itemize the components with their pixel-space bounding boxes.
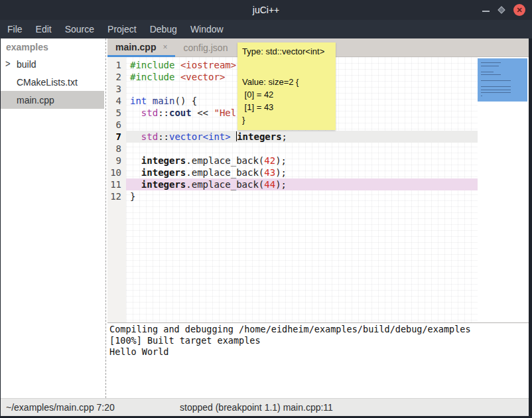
minimap-code-line xyxy=(481,86,511,87)
minimap-code-line xyxy=(481,62,501,63)
code-token: cout xyxy=(169,107,192,118)
terminal-output[interactable]: Compiling and debugging /home/eidheim/ex… xyxy=(107,323,529,398)
file-tree-item-build[interactable]: >build xyxy=(1,55,104,73)
titlebar[interactable]: juCi++ ✕ xyxy=(0,0,532,20)
debug-value-tooltip: Type: std::vector<int>Value: size=2 { [0… xyxy=(237,42,336,130)
window-controls: ✕ xyxy=(482,0,525,20)
code-token xyxy=(174,72,180,82)
tab-label: main.cpp xyxy=(115,42,156,52)
tab-label: config.json xyxy=(183,42,228,53)
tooltip-line: Type: std::vector<int> xyxy=(242,45,331,58)
restore-icon[interactable] xyxy=(498,6,505,13)
code-token xyxy=(130,131,141,142)
tab-close-icon[interactable]: × xyxy=(163,42,167,52)
code-token: << xyxy=(192,107,214,118)
menu-item-window[interactable]: Window xyxy=(184,21,230,37)
menu-item-debug[interactable]: Debug xyxy=(143,21,184,37)
line-number[interactable]: 3 xyxy=(107,83,126,95)
line-number[interactable]: 9 xyxy=(107,155,126,167)
file-tree-item-label: build xyxy=(17,59,36,70)
minimize-icon[interactable] xyxy=(482,11,490,12)
menu-item-edit[interactable]: Edit xyxy=(29,21,58,37)
code-token: <iostream> xyxy=(180,60,236,70)
line-number[interactable]: 10 xyxy=(107,167,126,178)
code-line[interactable]: 9 integers.emplace_back(42); xyxy=(107,155,478,167)
code-line[interactable]: 8 xyxy=(107,143,478,155)
terminal-line: [100%] Built target examples xyxy=(109,335,529,346)
code-token xyxy=(147,96,152,106)
minimap-viewport[interactable] xyxy=(478,58,527,102)
menu-item-file[interactable]: File xyxy=(1,21,29,37)
code-token xyxy=(174,60,180,70)
code-token: vector<int> xyxy=(169,131,231,142)
terminal-line: Hello World xyxy=(109,346,529,358)
minimap-code-line xyxy=(481,96,482,96)
file-tree-panel[interactable]: examples >buildCMakeLists.txtmain.cpp xyxy=(1,38,104,398)
file-tree-item-cmakelists-txt[interactable]: CMakeLists.txt xyxy=(1,73,104,91)
line-number[interactable]: 7 xyxy=(107,131,126,143)
code-line-text[interactable]: integers.emplace_back(42); xyxy=(126,155,478,167)
file-tree-item-main-cpp[interactable]: main.cpp xyxy=(1,91,104,109)
code-token: integers xyxy=(141,155,186,166)
window-title: juCi++ xyxy=(253,5,279,15)
code-token: .emplace_back( xyxy=(186,167,264,178)
line-number[interactable]: 4 xyxy=(107,95,126,107)
code-line[interactable]: 10 integers.emplace_back(43); xyxy=(107,167,478,178)
line-number[interactable]: 8 xyxy=(107,143,126,155)
code-line-text[interactable]: integers.emplace_back(43); xyxy=(126,167,478,178)
code-token xyxy=(130,179,141,190)
code-token: .emplace_back( xyxy=(186,155,264,166)
line-number[interactable]: 5 xyxy=(107,107,126,119)
line-number[interactable]: 6 xyxy=(107,119,126,131)
code-line[interactable]: 7 std::vector<int> integers; xyxy=(107,131,478,143)
minimap-code-line xyxy=(481,74,501,75)
tab-config-json[interactable]: config.json xyxy=(175,38,235,57)
code-token: } xyxy=(130,191,135,202)
window-border-left xyxy=(0,38,1,416)
code-line-text[interactable]: integers.emplace_back(44); xyxy=(126,178,478,190)
line-number[interactable]: 12 xyxy=(107,190,126,202)
code-token: :: xyxy=(158,107,169,118)
code-token: main xyxy=(153,96,175,106)
code-token xyxy=(231,131,236,142)
code-line-text[interactable] xyxy=(126,143,478,155)
code-token: ); xyxy=(275,179,287,190)
code-token xyxy=(130,155,141,166)
code-token: "Hel xyxy=(214,107,236,118)
line-number[interactable]: 2 xyxy=(107,71,126,83)
code-token: () { xyxy=(174,96,197,106)
tab-main-cpp[interactable]: main.cpp× xyxy=(107,38,175,57)
minimap-code-line xyxy=(481,90,511,90)
tooltip-line: [1] = 43 xyxy=(242,101,331,113)
code-line[interactable]: 12} xyxy=(107,190,478,202)
line-number[interactable]: 11 xyxy=(107,178,126,190)
menubar: FileEditSourceProjectDebugWindow xyxy=(0,20,532,38)
minimap-code-line xyxy=(481,92,511,93)
chevron-right-icon[interactable]: > xyxy=(5,58,11,69)
code-token: 42 xyxy=(264,155,275,166)
code-token: #include xyxy=(130,60,174,70)
tooltip-line xyxy=(242,58,331,76)
code-token: std xyxy=(141,107,158,118)
menu-item-source[interactable]: Source xyxy=(58,21,101,37)
status-debug-state: stopped (breakpoint 1.1) main.cpp:11 xyxy=(180,402,333,413)
menu-item-project[interactable]: Project xyxy=(101,21,143,37)
code-token: int xyxy=(130,96,147,106)
code-token: 44 xyxy=(264,179,275,190)
line-number[interactable]: 1 xyxy=(107,59,126,71)
code-token: <vector> xyxy=(180,72,225,82)
file-tree-item-label: main.cpp xyxy=(17,95,54,105)
close-icon[interactable]: ✕ xyxy=(513,4,525,16)
code-token: :: xyxy=(158,131,169,142)
code-line-text[interactable]: } xyxy=(126,190,478,202)
status-file-position: ~/examples/main.cpp 7:20 xyxy=(6,402,115,413)
code-line[interactable]: 11 integers.emplace_back(44); xyxy=(107,178,478,190)
code-token xyxy=(130,167,141,178)
minimap[interactable] xyxy=(478,57,529,322)
code-line-text[interactable]: std::vector<int> integers; xyxy=(126,131,478,143)
tooltip-line: [0] = 42 xyxy=(242,88,331,101)
code-token: integers xyxy=(141,167,186,178)
code-token: .emplace_back( xyxy=(186,179,264,190)
code-token: ); xyxy=(275,155,287,166)
project-name-label: examples xyxy=(1,38,104,55)
